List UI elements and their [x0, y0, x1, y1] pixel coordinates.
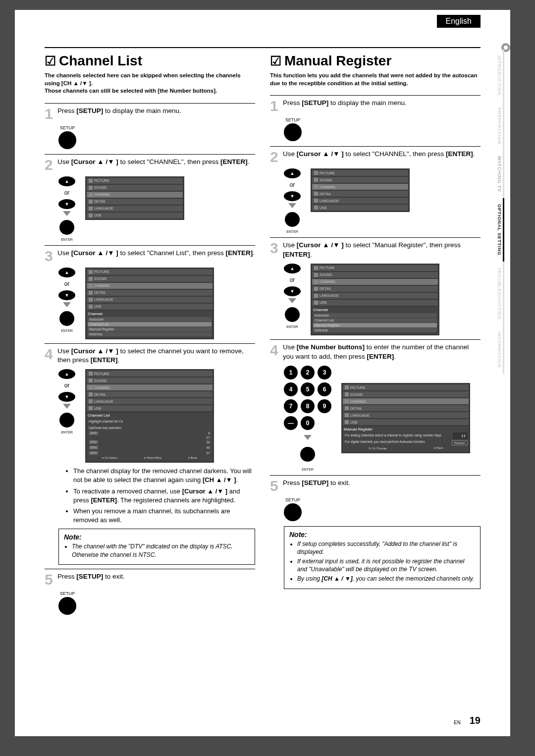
usb-icon [89, 406, 93, 410]
osd-channel-row: 27 [88, 435, 212, 440]
osd-item: LANGUAGE [312, 293, 438, 299]
picture-icon [89, 179, 93, 183]
cursor-up-icon: ▲ [284, 168, 301, 178]
osd-item: LANGUAGE [87, 206, 183, 212]
or-label: or [290, 276, 295, 283]
channel-list-intro: The channels selected here can be skippe… [45, 72, 255, 95]
osd-item: SOUND [87, 185, 183, 191]
detail-icon [314, 287, 318, 291]
setup-label: SETUP [60, 125, 75, 130]
setup-circle-icon [284, 123, 302, 141]
enter-label: ENTER [286, 325, 298, 328]
numpad-key: 9 [318, 399, 331, 413]
side-tab-preparation: PREPARATION [496, 102, 504, 150]
manual-register-section: ☑Manual Register This function lets you … [270, 53, 481, 620]
cursor-enter-graphic: ▲ or ▼ ENTER [284, 168, 301, 233]
osd-manual-register: PICTURE SOUND CHANNEL DETAIL LANGUAGE US… [341, 383, 470, 453]
usb-icon [314, 206, 318, 210]
setup-button-graphic: SETUP [284, 117, 302, 142]
osd-subitem: Antenna [88, 332, 212, 336]
osd-item: USB [87, 405, 213, 411]
channel-icon [345, 399, 349, 403]
step-number: 1 [45, 107, 57, 121]
usb-icon [89, 305, 93, 309]
osd-channel-row: DTV8 [88, 431, 212, 435]
osd-channel-number: 11 [453, 432, 468, 439]
side-tab-introduction: INTRODUCTION [496, 50, 504, 102]
osd-item: PICTURE [87, 269, 213, 275]
or-label: or [64, 189, 70, 196]
step-body: Press [SETUP] to exit. [57, 572, 255, 587]
osd-channel-row: DTV67 [88, 451, 212, 455]
osd-subitem: Autoscan [313, 313, 437, 318]
check-icon: ☑ [270, 54, 281, 68]
enter-button-icon [300, 447, 315, 462]
language-icon [89, 399, 93, 403]
usb-icon [314, 301, 318, 305]
osd-item: CHANNEL [87, 283, 213, 289]
bullet-item: To reactivate a removed channel, use [Cu… [73, 487, 255, 505]
step-1: 1 Press [SETUP] to display the main menu… [45, 103, 255, 121]
top-rule [45, 47, 481, 48]
cursor-up-icon: ▲ [58, 176, 75, 186]
step-5: 5 Press [SETUP] to exit. [45, 569, 255, 587]
enter-label: ENTER [302, 468, 314, 471]
channel-icon [89, 385, 93, 389]
cursor-down-icon: ▼ [58, 290, 75, 300]
step-4: 4 Use [the Number buttons] to enter the … [270, 339, 481, 362]
cursor-up-icon: ▲ [58, 268, 75, 277]
channel-list-bullets: The channel display for the removed chan… [67, 467, 255, 525]
enter-label: ENTER [286, 230, 298, 233]
detail-icon [314, 192, 318, 196]
or-label: or [64, 382, 70, 389]
note-item: By using [CH ▲ / ▼], you can select the … [297, 575, 475, 583]
osd-hint: Up/Down key selection [88, 425, 212, 431]
cursor-down-icon: ▼ [58, 392, 75, 402]
cursor-enter-graphic: ▲ or ▼ ENTER [58, 369, 75, 434]
channel-list-section: ☑Channel List The channels selected here… [45, 53, 255, 620]
step-body: Use [Cursor ▲ /▼ ] to select "CHANNEL", … [57, 158, 255, 172]
detail-icon [89, 392, 93, 396]
bullet-item: When you remove a main channel, its subc… [73, 507, 255, 525]
sound-icon [89, 277, 93, 281]
page-footer-lang: EN [454, 720, 461, 725]
picture-icon [89, 372, 93, 376]
step-body: Use [Cursor ▲ /▼ ] to select the channel… [57, 347, 255, 366]
step-5: 5 Press [SETUP] to exit. [270, 475, 481, 493]
step-body: Use [the Number buttons] to enter the nu… [283, 343, 481, 362]
osd-channel-submenu: PICTURE SOUND CHANNEL DETAIL LANGUAGE US… [85, 268, 214, 339]
osd-mr-txt: For analog channels select a channel to … [344, 432, 450, 438]
flow-arrow-icon [288, 203, 296, 208]
osd-item: DETAIL [87, 199, 183, 205]
sound-icon [89, 378, 93, 382]
setup-label: SETUP [60, 591, 75, 596]
osd-item: CHANNEL [312, 279, 438, 285]
osd-item: DETAIL [87, 290, 213, 296]
cursor-down-icon: ▼ [58, 199, 75, 209]
detail-icon [89, 200, 93, 204]
side-tab-watching-tv: WATCHING TV [496, 150, 504, 198]
language-icon [345, 413, 349, 417]
cursor-down-icon: ▼ [284, 286, 301, 296]
step-2: 2 Use [Cursor ▲ /▼ ] to select "CHANNEL"… [45, 154, 255, 172]
picture-icon [314, 266, 318, 270]
osd-item: DETAIL [343, 405, 469, 411]
osd-item: USB [312, 205, 408, 211]
language-icon [314, 199, 318, 203]
step-3: 3 Use [Cursor ▲ /▼ ] to select "Manual R… [270, 237, 481, 260]
setup-label: SETUP [285, 117, 300, 122]
note-title: Note: [64, 533, 250, 541]
osd-item: CHANNEL [87, 384, 213, 390]
note-box-right: Note: If setup completes successfully, "… [284, 526, 481, 589]
osd-item: USB [87, 213, 183, 218]
osd-footer: ⇅ Ch Change ● Back [344, 445, 468, 451]
note-item: If setup completes successfully, "Added … [297, 540, 475, 556]
detail-icon [89, 291, 93, 295]
cursor-down-icon: ▼ [284, 191, 301, 201]
numpad-enter-graphic: 123456789—0 ENTER [284, 366, 331, 471]
picture-icon [314, 171, 318, 175]
step-number: 5 [270, 479, 283, 493]
section-title-channel-list: ☑Channel List [45, 53, 255, 69]
step-body: Press [SETUP] to exit. [283, 479, 481, 493]
cursor-up-icon: ▲ [58, 369, 75, 379]
